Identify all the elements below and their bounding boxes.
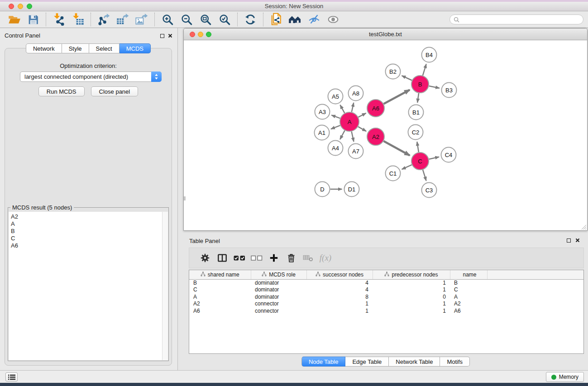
- graph-node-A3[interactable]: A3: [315, 105, 330, 119]
- graph-node-A1[interactable]: A1: [315, 125, 330, 140]
- graph-node-A7[interactable]: A7: [349, 144, 363, 159]
- graph-node-C2[interactable]: C2: [408, 125, 423, 140]
- show-all-button[interactable]: [324, 12, 343, 27]
- import-network-button[interactable]: [49, 12, 68, 27]
- graph-node-C1[interactable]: C1: [386, 166, 401, 181]
- mcds-result-item[interactable]: A6: [11, 242, 162, 249]
- close-panel-button[interactable]: [167, 33, 173, 39]
- column-header-successor-nodes[interactable]: successor nodes: [306, 270, 373, 279]
- resize-grip-icon[interactable]: [580, 224, 587, 230]
- graph-node-A4[interactable]: A4: [328, 141, 343, 156]
- graph-edge-B-B4[interactable]: [423, 64, 426, 76]
- graph-edge-A-A2[interactable]: [358, 127, 366, 131]
- graph-edge-B-B3[interactable]: [429, 86, 440, 88]
- graph-edge-A-A6[interactable]: [359, 113, 366, 117]
- mcds-result-item[interactable]: A: [11, 220, 162, 228]
- zoom-out-button[interactable]: [177, 12, 196, 27]
- new-network-from-selection-button[interactable]: [267, 12, 286, 27]
- graph-edge-A-A5[interactable]: [340, 105, 344, 113]
- graph-node-A8[interactable]: A8: [349, 86, 363, 101]
- table-row[interactable]: Adominator80A: [189, 293, 583, 300]
- task-history-button[interactable]: [5, 372, 18, 381]
- column-header-predecessor-nodes[interactable]: predecessor nodes: [373, 270, 450, 279]
- first-neighbors-button[interactable]: [286, 12, 305, 27]
- network-graph-canvas[interactable]: B4 B2 B B3 A8 A5 A6 B1 A3 A A1 C2 A2: [184, 40, 587, 230]
- delete-table-button-disabled[interactable]: [300, 249, 317, 267]
- graph-node-B4[interactable]: B4: [422, 48, 437, 62]
- graph-node-D1[interactable]: D1: [344, 182, 359, 197]
- export-network-button[interactable]: [94, 12, 113, 27]
- mcds-result-item[interactable]: C: [11, 235, 162, 242]
- control-tab-mcds[interactable]: MCDS: [120, 43, 151, 53]
- unselect-all-columns-button[interactable]: [248, 249, 265, 267]
- table-tab-node-table[interactable]: Node Table: [301, 357, 346, 367]
- memory-button[interactable]: Memory: [546, 372, 584, 382]
- graph-node-C4[interactable]: C4: [441, 148, 456, 162]
- graph-node-A[interactable]: A: [340, 112, 359, 131]
- save-session-button[interactable]: [24, 12, 43, 27]
- close-panel-action-button[interactable]: Close panel: [91, 86, 139, 96]
- select-all-columns-button[interactable]: [231, 249, 248, 267]
- function-builder-button-disabled[interactable]: f(x): [317, 249, 334, 267]
- table-settings-button[interactable]: [196, 249, 214, 267]
- table-row[interactable]: A2connector11A2: [189, 300, 583, 308]
- minimize-window-button[interactable]: [18, 4, 23, 9]
- graph-edge-C-C1[interactable]: [402, 165, 412, 169]
- zoom-window-button[interactable]: [27, 4, 32, 9]
- graph-edge-B-B2[interactable]: [402, 76, 412, 80]
- zoom-in-button[interactable]: [158, 12, 177, 27]
- mcds-result-item[interactable]: A2: [11, 213, 162, 220]
- mcds-result-item[interactable]: B: [11, 228, 162, 235]
- optimization-criterion-dropdown[interactable]: largest connected component (directed): [20, 71, 162, 82]
- control-tab-style[interactable]: Style: [62, 43, 89, 53]
- graph-node-B3[interactable]: B3: [442, 83, 457, 98]
- table-close-button[interactable]: [574, 237, 581, 243]
- graph-node-A2[interactable]: A2: [367, 128, 384, 145]
- graph-edge-A2-C[interactable]: [384, 141, 410, 156]
- graph-node-A5[interactable]: A5: [328, 89, 343, 104]
- graph-edge-B-B1[interactable]: [417, 93, 419, 103]
- graph-edge-C-C2[interactable]: [417, 142, 419, 152]
- graph-node-B1[interactable]: B1: [409, 105, 424, 120]
- show-column-panel-button[interactable]: [214, 249, 231, 267]
- column-header-mcds-role[interactable]: MCDS role: [251, 270, 306, 279]
- graph-node-C[interactable]: C: [411, 152, 429, 170]
- mcds-result-list[interactable]: A2ABCA6: [9, 212, 162, 360]
- import-table-button[interactable]: [68, 12, 87, 27]
- graph-node-D[interactable]: D: [315, 182, 330, 197]
- control-tab-network[interactable]: Network: [26, 43, 62, 53]
- graph-edge-A-A1[interactable]: [331, 125, 340, 129]
- search-input[interactable]: [462, 16, 579, 23]
- table-row[interactable]: Bdominator41B: [189, 279, 583, 286]
- table-tab-motifs[interactable]: Motifs: [440, 357, 470, 367]
- control-tab-select[interactable]: Select: [89, 43, 120, 53]
- run-mcds-button[interactable]: Run MCDS: [38, 86, 85, 96]
- graph-edge-A-A3[interactable]: [331, 115, 340, 118]
- zoom-selected-button[interactable]: [215, 12, 234, 27]
- hide-selected-button[interactable]: [305, 12, 324, 27]
- network-zoom-button[interactable]: [206, 32, 211, 37]
- graph-edge-A-A7[interactable]: [352, 132, 354, 142]
- node-table[interactable]: shared nameMCDS rolesuccessor nodesprede…: [189, 270, 584, 354]
- table-tab-network-table[interactable]: Network Table: [389, 357, 440, 367]
- table-float-button[interactable]: [565, 237, 572, 243]
- create-new-column-button[interactable]: [265, 249, 282, 267]
- network-close-button[interactable]: [190, 32, 195, 37]
- column-header-name[interactable]: name: [450, 270, 487, 279]
- graph-node-B2[interactable]: B2: [386, 64, 401, 79]
- delete-columns-button[interactable]: [282, 249, 300, 267]
- search-field[interactable]: [449, 14, 583, 24]
- graph-edge-A-A4[interactable]: [340, 130, 345, 139]
- float-panel-button[interactable]: [159, 33, 165, 39]
- close-window-button[interactable]: [9, 4, 14, 9]
- graph-node-B[interactable]: B: [411, 76, 429, 93]
- export-table-button[interactable]: [113, 12, 132, 27]
- table-row[interactable]: A6connector11A6: [189, 307, 583, 315]
- graph-edge-C-C3[interactable]: [423, 170, 426, 181]
- result-list-scrollbar[interactable]: [162, 212, 168, 360]
- graph-node-C3[interactable]: C3: [422, 183, 437, 198]
- graph-edge-C-C4[interactable]: [429, 157, 440, 159]
- apply-layout-button[interactable]: [241, 12, 260, 27]
- column-header-shared-name[interactable]: shared name: [189, 270, 251, 279]
- graph-edge-A6-B[interactable]: [384, 90, 410, 104]
